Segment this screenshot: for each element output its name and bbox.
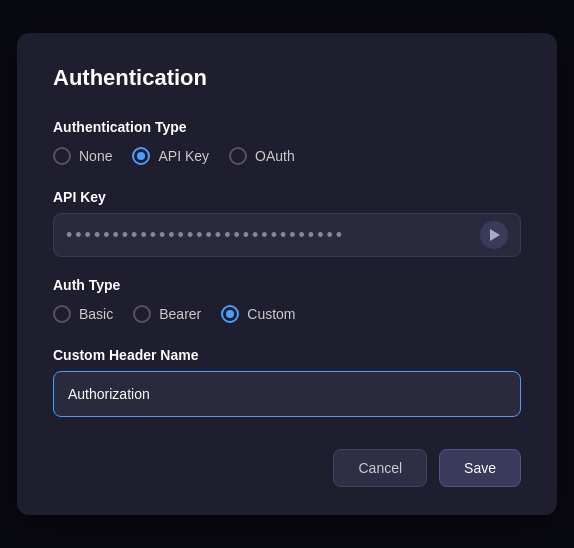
auth-type-radio-group: None API Key OAuth (53, 147, 521, 165)
radio-basic-label: Basic (79, 306, 113, 322)
radio-option-none[interactable]: None (53, 147, 112, 165)
radio-none-circle[interactable] (53, 147, 71, 165)
dialog-title: Authentication (53, 65, 521, 91)
custom-header-input[interactable] (54, 372, 520, 416)
api-key-reveal-button[interactable] (480, 221, 508, 249)
play-icon (490, 229, 500, 241)
api-key-label: API Key (53, 189, 521, 205)
dialog-footer: Cancel Save (53, 449, 521, 487)
radio-api-key-label: API Key (158, 148, 209, 164)
radio-none-label: None (79, 148, 112, 164)
radio-custom-circle[interactable] (221, 305, 239, 323)
radio-bearer-circle[interactable] (133, 305, 151, 323)
radio-option-oauth[interactable]: OAuth (229, 147, 295, 165)
radio-option-api-key[interactable]: API Key (132, 147, 209, 165)
save-button[interactable]: Save (439, 449, 521, 487)
radio-bearer-label: Bearer (159, 306, 201, 322)
auth-sub-type-label: Auth Type (53, 277, 521, 293)
radio-option-bearer[interactable]: Bearer (133, 305, 201, 323)
custom-header-input-container (53, 371, 521, 417)
dialog-backdrop: Authentication Authentication Type None … (0, 0, 574, 548)
radio-oauth-circle[interactable] (229, 147, 247, 165)
api-key-masked-value: •••••••••••••••••••••••••••••• (66, 225, 480, 246)
radio-custom-label: Custom (247, 306, 295, 322)
radio-basic-circle[interactable] (53, 305, 71, 323)
radio-option-custom[interactable]: Custom (221, 305, 295, 323)
custom-header-label: Custom Header Name (53, 347, 521, 363)
auth-type-label: Authentication Type (53, 119, 521, 135)
cancel-button[interactable]: Cancel (333, 449, 427, 487)
authentication-dialog: Authentication Authentication Type None … (17, 33, 557, 515)
radio-api-key-circle[interactable] (132, 147, 150, 165)
auth-sub-type-radio-group: Basic Bearer Custom (53, 305, 521, 323)
radio-option-basic[interactable]: Basic (53, 305, 113, 323)
api-key-field-container: •••••••••••••••••••••••••••••• (53, 213, 521, 257)
radio-oauth-label: OAuth (255, 148, 295, 164)
